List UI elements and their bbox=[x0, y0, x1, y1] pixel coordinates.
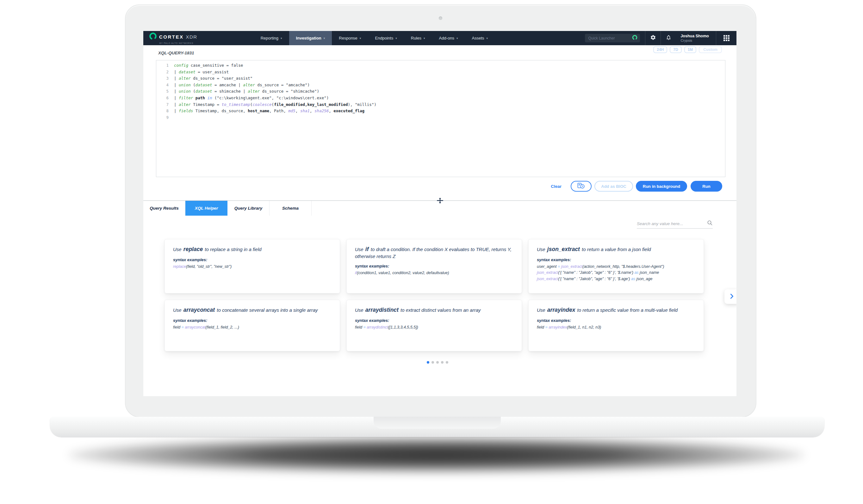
splitter-drag-handle-icon[interactable] bbox=[436, 198, 445, 205]
user-menu[interactable]: Joshua Shomo Crypsis bbox=[676, 34, 716, 42]
clear-button[interactable]: Clear bbox=[551, 184, 562, 189]
chevron-down-icon: ▾ bbox=[280, 37, 282, 40]
code-text: config case_sensitive = false bbox=[174, 62, 243, 69]
chevron-down-icon: ▾ bbox=[487, 37, 488, 40]
helper-cards: Use replace to replace a string in a fie… bbox=[164, 239, 711, 351]
code-line[interactable]: 5 | union (dataset = shimcache | alter d… bbox=[156, 88, 725, 95]
code-text: | union (dataset = amcache | alter ds_so… bbox=[174, 82, 310, 89]
line-number: 7 bbox=[156, 101, 174, 108]
cortex-xdr-logo[interactable]: CORTEX XDR BY PALO ALTO NETWORKS bbox=[143, 31, 203, 45]
query-title: XQL-QUERY-1831 bbox=[158, 51, 194, 55]
chevron-down-icon: ▾ bbox=[424, 37, 425, 40]
nav-menu-item[interactable]: Reporting ▾ bbox=[254, 31, 289, 45]
code-line[interactable]: 9 bbox=[156, 114, 725, 121]
nav-menu-item[interactable]: Response ▾ bbox=[332, 31, 368, 45]
syntax-examples: user_agent = json_extract(action_network… bbox=[537, 264, 695, 282]
helper-card[interactable]: Use arrayindex to return a specific valu… bbox=[528, 300, 704, 351]
nav-menu-item-label: Reporting bbox=[261, 36, 278, 40]
nav-menu-item-label: Endpoints bbox=[375, 36, 393, 40]
code-line[interactable]: 2 | dataset = user_assist bbox=[156, 69, 725, 76]
brand-tagline: BY PALO ALTO NETWORKS bbox=[160, 42, 197, 44]
syntax-examples-label: syntax examples: bbox=[355, 264, 513, 268]
run-button[interactable]: Run bbox=[691, 181, 722, 192]
carousel-dot[interactable] bbox=[427, 361, 429, 364]
helper-search bbox=[637, 220, 713, 229]
time-range-7d[interactable]: 7D bbox=[670, 46, 681, 53]
xql-code-editor[interactable]: 1 config case_sensitive = false 2 | data… bbox=[156, 60, 725, 177]
navbar-right: Joshua Shomo Crypsis bbox=[585, 31, 736, 45]
code-line[interactable]: 8 | fields Timestamp, ds_source, host_na… bbox=[156, 108, 725, 114]
laptop-webcam bbox=[439, 16, 442, 20]
code-line[interactable]: 6 | filter path in ("c:\kworking\agent.e… bbox=[156, 95, 725, 101]
tab-query-results[interactable]: Query Results bbox=[143, 201, 185, 216]
carousel-next-button[interactable] bbox=[724, 289, 736, 304]
code-line[interactable]: 3 | alter ds_source = "user_assist" bbox=[156, 75, 725, 82]
apps-button[interactable] bbox=[716, 35, 736, 41]
nav-menu-item-label: Investigation bbox=[296, 36, 322, 40]
quick-launcher[interactable] bbox=[585, 34, 640, 42]
helper-card[interactable]: Use arrayconcat to concatenate several a… bbox=[164, 300, 340, 351]
helper-card[interactable]: Use if to draft a condition. If the cond… bbox=[347, 239, 522, 293]
time-range-24h[interactable]: 24H bbox=[653, 46, 667, 53]
nav-menu-item-label: Assets bbox=[472, 36, 484, 40]
line-number: 9 bbox=[156, 114, 174, 121]
helper-card-title: Use arraydistinct to extract distinct va… bbox=[355, 306, 513, 314]
syntax-examples-label: syntax examples: bbox=[173, 318, 332, 323]
carousel-dot[interactable] bbox=[441, 361, 443, 364]
helper-card[interactable]: Use arraydistinct to extract distinct va… bbox=[347, 300, 522, 351]
query-actions: Clear Add as BIOC Run in background Run bbox=[551, 181, 722, 192]
settings-button[interactable] bbox=[645, 35, 661, 42]
nav-menu-item[interactable]: Rules ▾ bbox=[404, 31, 432, 45]
add-as-bioc-button[interactable]: Add as BIOC bbox=[595, 181, 633, 192]
laptop-base-notch bbox=[374, 417, 501, 429]
syntax-examples: field = arraydistinct([1,1,3,3,4,5,5,5]) bbox=[355, 324, 513, 331]
nav-menu-item-label: Rules bbox=[411, 36, 421, 40]
carousel-dot[interactable] bbox=[432, 361, 434, 364]
gear-icon bbox=[650, 35, 656, 42]
helper-card-title: Use arrayindex to return a specific valu… bbox=[537, 306, 695, 314]
code-line[interactable]: 7 | alter Timestamp = to_timestamp(coale… bbox=[156, 101, 725, 108]
carousel-pagination bbox=[164, 361, 711, 364]
line-number: 4 bbox=[156, 82, 174, 89]
helper-card[interactable]: Use json_extract to return a value from … bbox=[528, 239, 704, 293]
helper-card-title: Use if to draft a condition. If the cond… bbox=[355, 246, 513, 260]
carousel-dot[interactable] bbox=[446, 361, 448, 364]
top-navbar: CORTEX XDR BY PALO ALTO NETWORKS Reporti… bbox=[143, 31, 736, 45]
syntax-examples-label: syntax examples: bbox=[173, 257, 332, 262]
code-line[interactable]: 4 | union (dataset = amcache | alter ds_… bbox=[156, 82, 725, 89]
run-in-background-button[interactable]: Run in background bbox=[636, 181, 687, 192]
line-number: 2 bbox=[156, 69, 174, 76]
syntax-examples: field = arrayconcat(field_1, field_2, ..… bbox=[173, 324, 332, 331]
syntax-examples: if(condition1, value1, condition2, value… bbox=[355, 270, 513, 276]
search-input[interactable] bbox=[637, 221, 707, 226]
time-range-custom[interactable]: Custom bbox=[699, 46, 722, 53]
schedule-query-button[interactable] bbox=[571, 181, 591, 192]
brand-name: CORTEX bbox=[159, 34, 184, 39]
laptop-shadow bbox=[68, 436, 805, 474]
tab-query-library[interactable]: Query Library bbox=[227, 201, 270, 216]
nav-menu-item[interactable]: Assets ▾ bbox=[465, 31, 495, 45]
time-range-1m[interactable]: 1M bbox=[684, 46, 697, 53]
tab-xql-helper[interactable]: XQL Helper bbox=[185, 201, 227, 216]
chevron-down-icon: ▾ bbox=[396, 37, 397, 40]
code-text: | union (dataset = shimcache | alter ds_… bbox=[174, 88, 319, 95]
nav-menu-item[interactable]: Endpoints ▾ bbox=[368, 31, 404, 45]
helper-card-title: Use json_extract to return a value from … bbox=[537, 246, 695, 253]
nav-menu-item[interactable]: Investigation ▾ bbox=[289, 31, 332, 45]
user-name: Joshua Shomo bbox=[680, 34, 709, 38]
syntax-examples-label: syntax examples: bbox=[537, 318, 695, 323]
carousel-dot[interactable] bbox=[436, 361, 439, 364]
chevron-down-icon: ▾ bbox=[324, 37, 325, 40]
nav-menu-item[interactable]: Add-ons ▾ bbox=[432, 31, 465, 45]
code-text: | filter path in ("c:\kworking\agent.exe… bbox=[174, 95, 329, 101]
line-number: 3 bbox=[156, 75, 174, 82]
chevron-right-icon bbox=[728, 293, 735, 301]
quick-launcher-input[interactable] bbox=[588, 36, 632, 40]
bottom-tabs: Query ResultsXQL HelperQuery LibrarySche… bbox=[143, 201, 312, 216]
line-number: 5 bbox=[156, 88, 174, 95]
chevron-down-icon: ▾ bbox=[360, 37, 361, 40]
helper-card[interactable]: Use replace to replace a string in a fie… bbox=[164, 239, 340, 293]
tab-schema[interactable]: Schema bbox=[270, 201, 312, 216]
notifications-button[interactable] bbox=[661, 35, 676, 42]
code-line[interactable]: 1 config case_sensitive = false bbox=[156, 62, 725, 69]
